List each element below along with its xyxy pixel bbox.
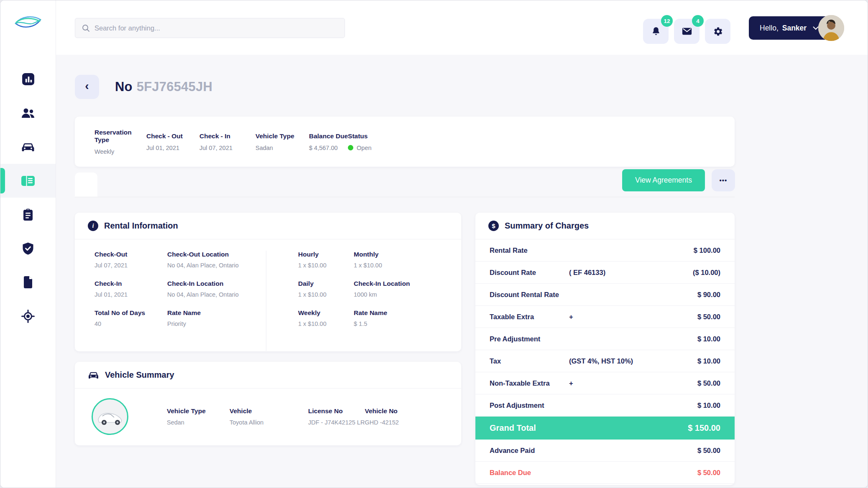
settings-button[interactable] (705, 19, 730, 44)
charge-row: Taxable Extra + $ 50.00 (475, 306, 735, 328)
gear-icon (712, 26, 723, 37)
vehicle-summary-field: Vehicle Toyota Allion (230, 407, 308, 426)
rental-info-field: Total No of Days 40 (94, 309, 167, 327)
summary-of-charges-header: $ Summary of Charges (475, 213, 735, 239)
charge-row: Non-Taxable Extra + $ 50.00 (475, 372, 735, 394)
greeting-text: Hello, (760, 24, 779, 33)
page-title-prefix: No (115, 79, 133, 94)
vehicle-summary-field: Vehicle Type Sedan (167, 407, 230, 426)
vehicle-photo (92, 398, 128, 435)
tab[interactable] (75, 173, 97, 197)
rental-information-header: i Rental Information (75, 213, 461, 239)
charge-row: Discount Rental Rate $ 90.00 (475, 284, 735, 306)
charge-row: Pre Adjustment $ 10.00 (475, 328, 735, 350)
search-input[interactable] (94, 24, 345, 32)
bar-chart-icon (21, 72, 35, 86)
back-button[interactable]: ‹ (75, 75, 99, 99)
charge-row: Grand Total $ 150.00 (475, 417, 735, 440)
vehicle-summary-card: Vehicle Summary Vehicle Type Sedan Vehic… (75, 362, 461, 445)
sidebar-item-vehicles[interactable] (0, 130, 56, 164)
tab[interactable] (188, 173, 210, 197)
notification-badge: 12 (661, 15, 673, 27)
vehicle-summary-body: Vehicle Type Sedan Vehicle Toyota Allion… (75, 389, 461, 445)
clipboard-icon (22, 208, 34, 221)
summary-of-charges-card: $ Summary of Charges Rental Rate $ 100.0… (475, 213, 735, 485)
info-icon: i (88, 221, 98, 231)
messages-button[interactable]: 4 (674, 19, 700, 44)
reservation-info-field: Check - Out Jul 01, 2021 (146, 132, 199, 151)
charge-row: Advance Paid $ 50.00 (475, 440, 735, 462)
sidebar-nav (0, 62, 56, 333)
sidebar-item-dashboard[interactable] (0, 62, 56, 96)
tab[interactable] (233, 173, 255, 197)
rental-information-body: Check-Out Jul 07, 2021 Check-Out Locatio… (75, 239, 461, 351)
page-header: ‹ No5FJ76545JH (75, 75, 212, 99)
sidebar-item-bookings[interactable] (0, 198, 56, 231)
top-bar: 12 4 Hello, Sanker (56, 0, 868, 55)
vehicle-summary-field: License No JDF - J74K42125 LR (308, 407, 365, 426)
charge-row: Rental Rate $ 100.00 (475, 239, 735, 262)
status-dot-icon (348, 145, 353, 150)
tab[interactable] (97, 173, 120, 197)
reservation-number: 5FJ76545JH (137, 79, 212, 94)
vehicle-summary-title: Vehicle Summary (105, 370, 174, 380)
sidebar-item-customers[interactable] (0, 96, 56, 130)
sidebar (0, 0, 56, 488)
rental-information-card: i Rental Information Check-Out Jul 07, 2… (75, 213, 461, 351)
target-icon (21, 310, 35, 323)
sidebar-item-reservations[interactable] (0, 164, 56, 198)
vehicle-summary-field: Vehicle No GHD -42152 (365, 407, 398, 426)
tab[interactable] (143, 173, 165, 197)
rental-info-field: Check-Out Jul 07, 2021 (94, 251, 167, 269)
users-icon (21, 107, 35, 119)
reservation-info-field: Vehicle Type Sadan (255, 132, 309, 151)
rental-information-title: Rental Information (104, 221, 178, 231)
sidebar-item-tracking[interactable] (0, 299, 56, 333)
brand-logo[interactable] (13, 12, 43, 32)
dollar-icon: $ (488, 221, 499, 231)
rental-info-field: Check-In Jul 01, 2021 (94, 280, 167, 298)
mail-icon (681, 25, 693, 37)
rental-info-right: Hourly 1 x $10.00 Monthly 1 x $10.00 Dai… (266, 251, 461, 351)
search-icon (82, 24, 90, 32)
rental-info-field: Rate Name $ 1.5 (354, 309, 461, 327)
sidebar-item-documents[interactable] (0, 265, 56, 299)
rental-info-field: Daily 1 x $10.00 (298, 280, 354, 298)
rental-info-field: Hourly 1 x $10.00 (298, 251, 354, 269)
avatar[interactable] (818, 15, 844, 41)
reservation-info-card: Reservation Type Weekly Check - Out Jul … (75, 117, 735, 167)
page-title: No5FJ76545JH (115, 79, 212, 94)
bell-icon (651, 26, 661, 37)
vehicle-summary-header: Vehicle Summary (75, 362, 461, 389)
shield-check-icon (22, 242, 34, 255)
rental-info-field: Check-In Location 1000 km (354, 280, 461, 298)
message-badge: 4 (692, 15, 704, 27)
charge-row: Discount Rate ( EF 46133) ($ 10.00) (475, 262, 735, 284)
more-options-button[interactable]: ••• (712, 169, 735, 191)
reservation-info-field: Check - In Jul 07, 2021 (199, 132, 255, 151)
user-name: Sanker (782, 24, 807, 33)
search-box[interactable] (75, 18, 345, 38)
charges-list: Rental Rate $ 100.00 Discount Rate ( EF … (475, 239, 735, 484)
tab[interactable] (165, 173, 188, 197)
view-agreements-button[interactable]: View Agreements (622, 169, 705, 191)
car-icon (21, 141, 35, 153)
tab[interactable] (255, 173, 278, 197)
rental-info-field: Rate Name Priority (167, 309, 266, 327)
tab[interactable] (210, 173, 233, 197)
sidebar-item-insurance[interactable] (0, 231, 56, 265)
app-window: 12 4 Hello, Sanker (0, 0, 868, 488)
tab[interactable] (120, 173, 143, 197)
rental-info-field: Check-Out Location No 04, Alan Place, On… (167, 251, 266, 269)
ellipsis-icon: ••• (720, 177, 728, 184)
reservation-info-field: Status Open (348, 132, 371, 151)
notifications-button[interactable]: 12 (643, 19, 669, 44)
header-actions: 12 4 (643, 19, 730, 44)
charge-row: Tax (GST 4%, HST 10%) $ 10.00 (475, 350, 735, 372)
rental-info-left: Check-Out Jul 07, 2021 Check-Out Locatio… (75, 251, 266, 351)
reservation-info-field: Reservation Type Weekly (94, 129, 146, 155)
file-icon (23, 276, 33, 289)
reservation-info-field: Balance Due $ 4,567.00 (309, 132, 348, 151)
reservation-card-icon (20, 175, 36, 187)
summary-of-charges-title: Summary of Charges (505, 221, 589, 231)
